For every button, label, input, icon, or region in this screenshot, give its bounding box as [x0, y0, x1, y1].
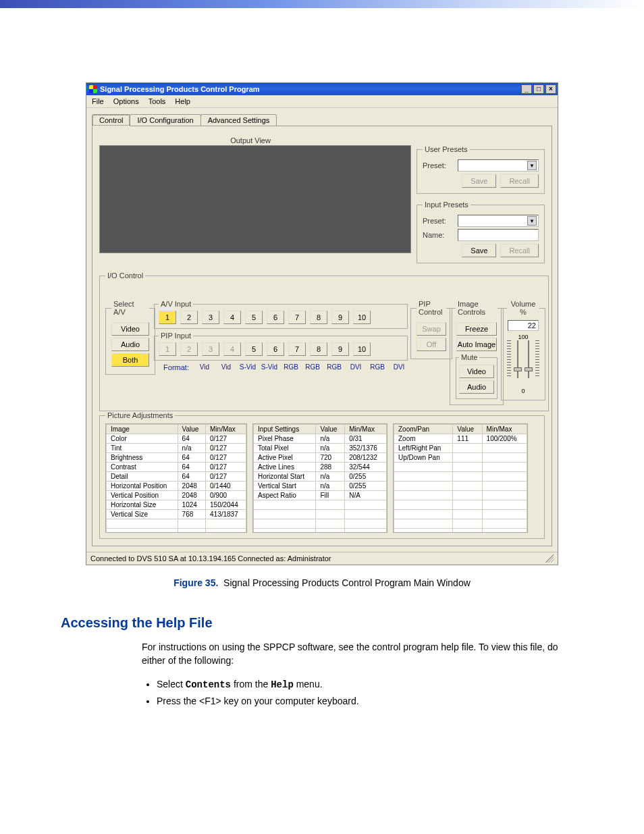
user-preset-label: Preset:: [423, 161, 454, 170]
freeze-button[interactable]: Freeze: [456, 322, 497, 336]
table-row[interactable]: Detail640/127: [107, 472, 246, 481]
picture-adjustments-group: Picture Adjustments ImageValueMin/MaxCol…: [99, 411, 545, 539]
tab-advanced[interactable]: Advanced Settings: [200, 114, 277, 126]
table-header: Value: [453, 425, 482, 434]
mute-video-button[interactable]: Video: [459, 365, 494, 378]
av-channel-9[interactable]: 9: [331, 311, 349, 324]
table-row[interactable]: Pixel Phasen/a0/31: [254, 434, 387, 444]
mute-audio-button[interactable]: Audio: [459, 380, 494, 394]
table-row[interactable]: Vertical Startn/a0/255: [254, 481, 387, 491]
select-audio-button[interactable]: Audio: [111, 338, 149, 351]
select-av-group: Select A/V Video Audio Both: [105, 300, 155, 375]
pip-channel-2[interactable]: 2: [180, 342, 198, 356]
table-header: Min/Max: [206, 425, 246, 434]
pip-control-legend: PIP Control: [417, 300, 446, 316]
output-view-label: Output View: [230, 136, 271, 145]
format-label-10: DVI: [390, 363, 408, 371]
table-row[interactable]: Up/Down Pan: [394, 453, 527, 463]
resize-grip-icon[interactable]: [545, 554, 554, 563]
pip-channel-10[interactable]: 10: [353, 342, 371, 356]
select-video-button[interactable]: Video: [111, 322, 149, 336]
table-row[interactable]: Brightness640/127: [107, 453, 246, 463]
format-label-5: RGB: [282, 363, 300, 371]
av-channel-1[interactable]: 1: [159, 311, 176, 324]
page-header-stripe: [0, 0, 644, 8]
pip-channel-7[interactable]: 7: [288, 342, 306, 356]
volume-slider-right[interactable]: [525, 340, 533, 388]
table-header: Image: [107, 425, 178, 434]
close-button[interactable]: ×: [545, 84, 556, 94]
av-channel-7[interactable]: 7: [288, 311, 306, 324]
user-preset-save-button[interactable]: Save: [462, 174, 496, 188]
format-label-3: S-Vid: [239, 363, 257, 371]
table-row[interactable]: Tintn/a0/127: [107, 444, 246, 453]
pip-swap-button[interactable]: Swap: [417, 322, 446, 336]
tab-io-config[interactable]: I/O Configuration: [130, 114, 200, 126]
menu-file[interactable]: File: [92, 97, 104, 105]
select-both-button[interactable]: Both: [111, 353, 149, 367]
app-window: Signal Processing Products Control Progr…: [86, 82, 558, 565]
menu-help[interactable]: Help: [175, 97, 190, 105]
image-controls-group: Image Controls Freeze Auto Image Mute Vi…: [450, 300, 504, 405]
menu-tools[interactable]: Tools: [149, 97, 166, 105]
pip-channel-9[interactable]: 9: [331, 342, 349, 356]
menubar: File Options Tools Help: [86, 95, 558, 108]
user-preset-combo[interactable]: ▼: [458, 159, 539, 172]
pip-channel-1[interactable]: 1: [159, 342, 176, 356]
input-preset-combo[interactable]: ▼: [458, 215, 539, 227]
table-row[interactable]: Left/Right Pan: [394, 444, 527, 453]
table-row[interactable]: Contrast640/127: [107, 463, 246, 472]
av-input-group: A/V Input 12345678910: [154, 300, 408, 329]
user-preset-recall-button[interactable]: Recall: [500, 174, 539, 188]
table-row[interactable]: Active Pixel720208/1232: [254, 453, 387, 463]
format-label-4: S-Vid: [261, 363, 278, 371]
table-row[interactable]: Active Lines28832/544: [254, 463, 387, 472]
pip-channel-3[interactable]: 3: [202, 342, 219, 356]
minimize-button[interactable]: _: [521, 84, 532, 94]
format-label-7: RGB: [325, 363, 343, 371]
maximize-button[interactable]: □: [533, 84, 544, 94]
tab-control[interactable]: Control: [92, 114, 130, 126]
table-header: Min/Max: [482, 425, 527, 434]
table-row[interactable]: Horizontal Size1024150/2044: [107, 500, 246, 510]
input-preset-recall-button[interactable]: Recall: [500, 244, 539, 257]
auto-image-button[interactable]: Auto Image: [456, 338, 497, 351]
av-channel-2[interactable]: 2: [180, 311, 198, 324]
pip-channel-8[interactable]: 8: [310, 342, 327, 356]
table-row[interactable]: Total Pixeln/a352/1376: [254, 444, 387, 453]
pip-channel-5[interactable]: 5: [245, 342, 263, 356]
av-channel-6[interactable]: 6: [267, 311, 284, 324]
table-row[interactable]: Zoom111100/200%: [394, 434, 527, 444]
format-label: Format:: [154, 363, 192, 371]
format-label-2: Vid: [217, 363, 235, 371]
pip-channel-6[interactable]: 6: [267, 342, 284, 356]
av-channel-5[interactable]: 5: [245, 311, 263, 324]
table-header: Value: [316, 425, 345, 434]
av-channel-4[interactable]: 4: [223, 311, 241, 324]
table-row[interactable]: Vertical Size768413/1837: [107, 510, 246, 519]
av-channel-8[interactable]: 8: [310, 311, 327, 324]
volume-slider-left[interactable]: [514, 340, 522, 388]
table-row[interactable]: Aspect RatioFillN/A: [254, 491, 387, 500]
volume-ticks: [535, 340, 539, 378]
menu-options[interactable]: Options: [113, 97, 139, 105]
volume-min-label: 0: [521, 388, 525, 394]
pip-channel-4[interactable]: 4: [223, 342, 241, 356]
table-header: Value: [178, 425, 205, 434]
select-av-legend: Select A/V: [111, 300, 149, 316]
titlebar: Signal Processing Products Control Progr…: [86, 83, 558, 95]
pip-off-button[interactable]: Off: [417, 338, 446, 351]
io-control-legend: I/O Control: [105, 271, 145, 280]
av-channel-3[interactable]: 3: [202, 311, 219, 324]
volume-legend: Volume %: [507, 300, 539, 316]
input-preset-save-button[interactable]: Save: [462, 244, 496, 257]
av-channel-10[interactable]: 10: [353, 311, 371, 324]
table-row[interactable]: Horizontal Position20480/1440: [107, 481, 246, 491]
table-row[interactable]: Horizontal Startn/a0/255: [254, 472, 387, 481]
table-row[interactable]: Color640/127: [107, 434, 246, 444]
volume-group: Volume % 22 100: [501, 300, 545, 400]
section-heading: Accessing the Help File: [61, 615, 583, 631]
input-preset-name-field[interactable]: [458, 229, 539, 241]
table-row[interactable]: Vertical Position20480/900: [107, 491, 246, 500]
table-header: Input Settings: [254, 425, 316, 434]
